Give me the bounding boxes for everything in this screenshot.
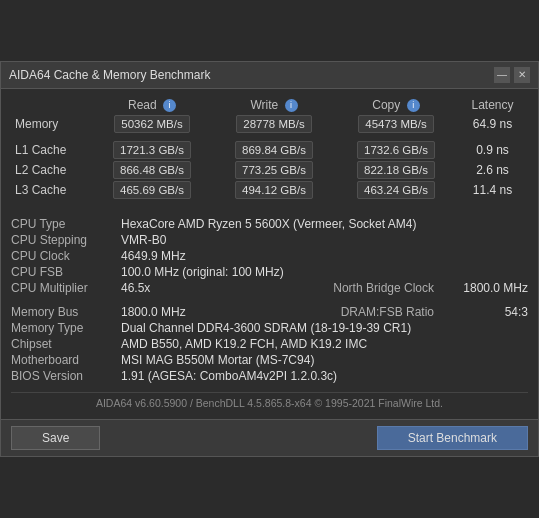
cpu-clock-row: CPU Clock 4649.9 MHz bbox=[11, 248, 528, 264]
chipset-label: Chipset bbox=[11, 337, 121, 351]
write-value-0: 28778 MB/s bbox=[213, 114, 335, 134]
nb-clock-label: North Bridge Clock bbox=[333, 281, 434, 295]
minimize-button[interactable]: — bbox=[494, 67, 510, 83]
motherboard-value: MSI MAG B550M Mortar (MS-7C94) bbox=[121, 353, 314, 367]
close-button[interactable]: ✕ bbox=[514, 67, 530, 83]
cpu-type-row: CPU Type HexaCore AMD Ryzen 5 5600X (Ver… bbox=[11, 216, 528, 232]
memory-bus-row: Memory Bus 1800.0 MHz DRAM:FSB Ratio 54:… bbox=[11, 304, 528, 320]
start-benchmark-button[interactable]: Start Benchmark bbox=[377, 426, 528, 450]
window-title: AIDA64 Cache & Memory Benchmark bbox=[9, 68, 210, 82]
cpu-clock-label: CPU Clock bbox=[11, 249, 121, 263]
table-row: L2 Cache866.48 GB/s773.25 GB/s822.18 GB/… bbox=[11, 160, 528, 180]
latency-value-1: 0.9 ns bbox=[457, 140, 528, 160]
bios-row: BIOS Version 1.91 (AGESA: ComboAM4v2PI 1… bbox=[11, 368, 528, 384]
chipset-row: Chipset AMD B550, AMD K19.2 FCH, AMD K19… bbox=[11, 336, 528, 352]
memory-type-row: Memory Type Dual Channel DDR4-3600 SDRAM… bbox=[11, 320, 528, 336]
cpu-multiplier-value: 46.5x bbox=[121, 281, 333, 295]
write-info-icon[interactable]: i bbox=[285, 99, 298, 112]
cpu-fsb-row: CPU FSB 100.0 MHz (original: 100 MHz) bbox=[11, 264, 528, 280]
section-divider-1 bbox=[11, 208, 528, 216]
read-value-2: 866.48 GB/s bbox=[91, 160, 213, 180]
copy-value-1: 1732.6 GB/s bbox=[335, 140, 457, 160]
copy-value-3: 463.24 GB/s bbox=[335, 180, 457, 200]
memory-type-label: Memory Type bbox=[11, 321, 121, 335]
row-label-memory: Memory bbox=[11, 114, 91, 134]
title-bar: AIDA64 Cache & Memory Benchmark — ✕ bbox=[1, 62, 538, 89]
nb-clock-value: 1800.0 MHz bbox=[438, 281, 528, 295]
header-write: Write i bbox=[213, 95, 335, 114]
cpu-multiplier-row: CPU Multiplier 46.5x North Bridge Clock … bbox=[11, 280, 528, 296]
section-divider-2 bbox=[11, 296, 528, 304]
write-value-1: 869.84 GB/s bbox=[213, 140, 335, 160]
cpu-fsb-label: CPU FSB bbox=[11, 265, 121, 279]
copy-info-icon[interactable]: i bbox=[407, 99, 420, 112]
write-value-3: 494.12 GB/s bbox=[213, 180, 335, 200]
save-button[interactable]: Save bbox=[11, 426, 100, 450]
chipset-value: AMD B550, AMD K19.2 FCH, AMD K19.2 IMC bbox=[121, 337, 367, 351]
table-row: L3 Cache465.69 GB/s494.12 GB/s463.24 GB/… bbox=[11, 180, 528, 200]
motherboard-label: Motherboard bbox=[11, 353, 121, 367]
latency-value-0: 64.9 ns bbox=[457, 114, 528, 134]
cpu-fsb-value: 100.0 MHz (original: 100 MHz) bbox=[121, 265, 284, 279]
bios-value: 1.91 (AGESA: ComboAM4v2PI 1.2.0.3c) bbox=[121, 369, 337, 383]
button-bar: Save Start Benchmark bbox=[1, 419, 538, 456]
cpu-type-label: CPU Type bbox=[11, 217, 121, 231]
read-value-0: 50362 MB/s bbox=[91, 114, 213, 134]
benchmark-table: Read i Write i Copy i Latency Memory5036… bbox=[11, 95, 528, 200]
latency-value-3: 11.4 ns bbox=[457, 180, 528, 200]
copy-value-0: 45473 MB/s bbox=[335, 114, 457, 134]
content-area: Read i Write i Copy i Latency Memory5036… bbox=[1, 89, 538, 419]
header-latency: Latency bbox=[457, 95, 528, 114]
system-info: CPU Type HexaCore AMD Ryzen 5 5600X (Ver… bbox=[11, 216, 528, 384]
header-read: Read i bbox=[91, 95, 213, 114]
cpu-multiplier-label: CPU Multiplier bbox=[11, 281, 121, 295]
dram-fsb-label: DRAM:FSB Ratio bbox=[341, 305, 434, 319]
main-window: AIDA64 Cache & Memory Benchmark — ✕ Read… bbox=[0, 61, 539, 457]
row-label-l1-cache: L1 Cache bbox=[11, 140, 91, 160]
motherboard-row: Motherboard MSI MAG B550M Mortar (MS-7C9… bbox=[11, 352, 528, 368]
memory-type-value: Dual Channel DDR4-3600 SDRAM (18-19-19-3… bbox=[121, 321, 411, 335]
memory-bus-label: Memory Bus bbox=[11, 305, 121, 319]
dram-fsb-value: 54:3 bbox=[438, 305, 528, 319]
footer-text: AIDA64 v6.60.5900 / BenchDLL 4.5.865.8-x… bbox=[11, 392, 528, 415]
memory-bus-value: 1800.0 MHz bbox=[121, 305, 341, 319]
table-row: Memory50362 MB/s28778 MB/s45473 MB/s64.9… bbox=[11, 114, 528, 134]
cpu-stepping-value: VMR-B0 bbox=[121, 233, 166, 247]
header-copy: Copy i bbox=[335, 95, 457, 114]
cpu-stepping-row: CPU Stepping VMR-B0 bbox=[11, 232, 528, 248]
cpu-clock-value: 4649.9 MHz bbox=[121, 249, 186, 263]
latency-value-2: 2.6 ns bbox=[457, 160, 528, 180]
bios-label: BIOS Version bbox=[11, 369, 121, 383]
cpu-type-value: HexaCore AMD Ryzen 5 5600X (Vermeer, Soc… bbox=[121, 217, 416, 231]
row-label-l3-cache: L3 Cache bbox=[11, 180, 91, 200]
table-row: L1 Cache1721.3 GB/s869.84 GB/s1732.6 GB/… bbox=[11, 140, 528, 160]
read-value-3: 465.69 GB/s bbox=[91, 180, 213, 200]
read-value-1: 1721.3 GB/s bbox=[91, 140, 213, 160]
write-value-2: 773.25 GB/s bbox=[213, 160, 335, 180]
window-controls: — ✕ bbox=[494, 67, 530, 83]
read-info-icon[interactable]: i bbox=[163, 99, 176, 112]
copy-value-2: 822.18 GB/s bbox=[335, 160, 457, 180]
cpu-stepping-label: CPU Stepping bbox=[11, 233, 121, 247]
row-label-l2-cache: L2 Cache bbox=[11, 160, 91, 180]
